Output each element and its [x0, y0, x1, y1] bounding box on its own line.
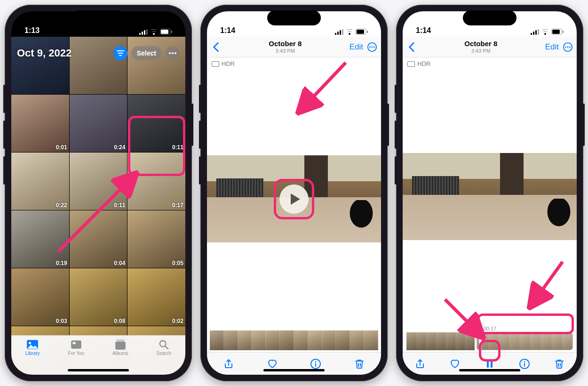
video-thumbnail[interactable]: 0:02 — [127, 268, 185, 326]
mini-thumb[interactable] — [436, 332, 445, 350]
video-thumbnail[interactable]: 0:01 — [11, 95, 69, 152]
video-thumbnail[interactable]: 0:08 — [70, 268, 127, 326]
home-indicator[interactable] — [68, 369, 129, 371]
back-button[interactable] — [406, 42, 417, 52]
dynamic-island — [72, 10, 125, 25]
filmstrip-thumb[interactable] — [308, 330, 322, 350]
mini-thumb[interactable] — [445, 332, 455, 350]
phone-frame-1: 1:13 0:010:240:110:220:110:170:190:040:0… — [5, 5, 192, 381]
battery-icon — [160, 29, 172, 35]
chevron-left-icon — [211, 42, 221, 52]
detail-time: 3:43 PM — [464, 48, 497, 54]
adjacent-clips-strip[interactable] — [406, 332, 475, 350]
video-thumbnail[interactable]: 0:24 — [70, 95, 127, 152]
video-thumbnail[interactable] — [70, 37, 127, 94]
more-circle-icon[interactable] — [563, 42, 573, 52]
share-button[interactable] — [410, 354, 430, 374]
home-indicator[interactable] — [263, 369, 325, 371]
video-thumbnail[interactable]: 0:19 — [11, 210, 69, 268]
more-circle-icon[interactable] — [367, 42, 377, 52]
detail-date: October 8 — [464, 40, 497, 48]
detail-time: 3:43 PM — [269, 48, 302, 54]
thumbnail-duration: 0:19 — [56, 260, 67, 266]
edit-button[interactable]: Edit — [545, 42, 559, 52]
filmstrip-thumb[interactable] — [364, 330, 378, 350]
filmstrip-thumb[interactable] — [294, 330, 308, 350]
svg-line-33 — [301, 63, 346, 110]
filter-button[interactable] — [113, 46, 127, 60]
status-time: 1:13 — [24, 26, 40, 35]
library-header: Oct 9, 2022 Select — [11, 46, 185, 60]
home-indicator[interactable] — [459, 369, 520, 371]
thumbnail-duration: 0:11 — [114, 202, 125, 209]
video-thumbnail-grid[interactable]: 0:010:240:110:220:110:170:190:040:050:03… — [11, 11, 185, 375]
svg-rect-0 — [139, 33, 141, 35]
delete-button[interactable] — [549, 354, 570, 374]
time-remaining-label: -00:17 — [482, 326, 573, 331]
video-thumbnail[interactable] — [127, 37, 185, 94]
library-date-heading: Oct 9, 2022 — [17, 47, 72, 59]
scrubber-frame — [509, 333, 520, 350]
filmstrip-thumb[interactable] — [322, 330, 336, 350]
filmstrip[interactable] — [207, 330, 381, 350]
play-button[interactable] — [279, 185, 309, 214]
hdr-badge: HDR — [403, 57, 577, 67]
edit-button[interactable]: Edit — [350, 42, 363, 52]
svg-point-31 — [372, 46, 373, 48]
tab-library[interactable]: Library — [25, 339, 40, 356]
svg-rect-24 — [340, 30, 341, 35]
video-preview-area[interactable] — [403, 67, 577, 326]
cellular-icon — [335, 29, 343, 35]
filmstrip-thumb[interactable] — [238, 330, 252, 350]
mini-thumb[interactable] — [426, 332, 436, 350]
svg-point-10 — [169, 52, 171, 54]
tab-search[interactable]: Search — [156, 339, 171, 356]
mini-thumb[interactable] — [465, 332, 475, 350]
share-button[interactable] — [218, 354, 239, 374]
display-icon — [407, 61, 415, 67]
nav-bar: October 8 3:43 PM Edit — [207, 37, 381, 57]
delete-button[interactable] — [349, 354, 370, 374]
filmstrip-thumb[interactable] — [224, 330, 238, 350]
filmstrip-thumb[interactable] — [280, 330, 294, 350]
video-frame — [403, 153, 577, 240]
video-scrubber[interactable] — [477, 332, 573, 350]
filmstrip-thumb[interactable] — [252, 330, 266, 350]
video-thumbnail[interactable]: 0:17 — [127, 153, 185, 210]
video-thumbnail[interactable]: 0:11 — [127, 95, 185, 152]
video-thumbnail[interactable]: 0:05 — [127, 210, 185, 268]
svg-rect-40 — [538, 29, 539, 35]
svg-point-30 — [369, 46, 371, 48]
detail-date: October 8 — [269, 40, 302, 48]
video-thumbnail[interactable]: 0:11 — [70, 153, 127, 210]
video-thumbnail[interactable] — [11, 37, 69, 94]
tab-albums[interactable]: Albums — [112, 339, 128, 356]
wifi-icon — [541, 29, 549, 35]
mini-thumb[interactable] — [406, 332, 416, 350]
battery-icon — [551, 29, 564, 35]
pause-icon — [484, 358, 495, 370]
thumbnail-duration: 0:05 — [172, 260, 183, 266]
heart-icon — [267, 358, 278, 370]
filmstrip-thumb[interactable] — [266, 330, 280, 350]
filmstrip-thumb[interactable] — [336, 330, 350, 350]
video-thumbnail[interactable]: 0:03 — [11, 268, 69, 326]
svg-rect-5 — [161, 30, 168, 34]
video-preview-area[interactable] — [207, 67, 381, 330]
mini-thumb[interactable] — [455, 332, 465, 350]
scrubber-frame — [519, 333, 530, 350]
filmstrip-thumb[interactable] — [350, 330, 364, 350]
mini-thumb[interactable] — [416, 332, 426, 350]
scrubber-frame — [551, 333, 562, 350]
scrubber-playhead[interactable] — [479, 332, 482, 350]
svg-rect-23 — [337, 32, 339, 35]
svg-rect-28 — [367, 31, 368, 33]
tab-for-you[interactable]: For You — [68, 339, 84, 356]
back-button[interactable] — [211, 42, 221, 52]
video-thumbnail[interactable]: 0:04 — [70, 210, 127, 268]
more-button[interactable] — [166, 46, 180, 60]
select-button[interactable]: Select — [131, 46, 162, 60]
svg-line-20 — [166, 346, 168, 349]
filmstrip-thumb[interactable] — [210, 330, 224, 350]
video-thumbnail[interactable]: 0:22 — [11, 153, 69, 210]
